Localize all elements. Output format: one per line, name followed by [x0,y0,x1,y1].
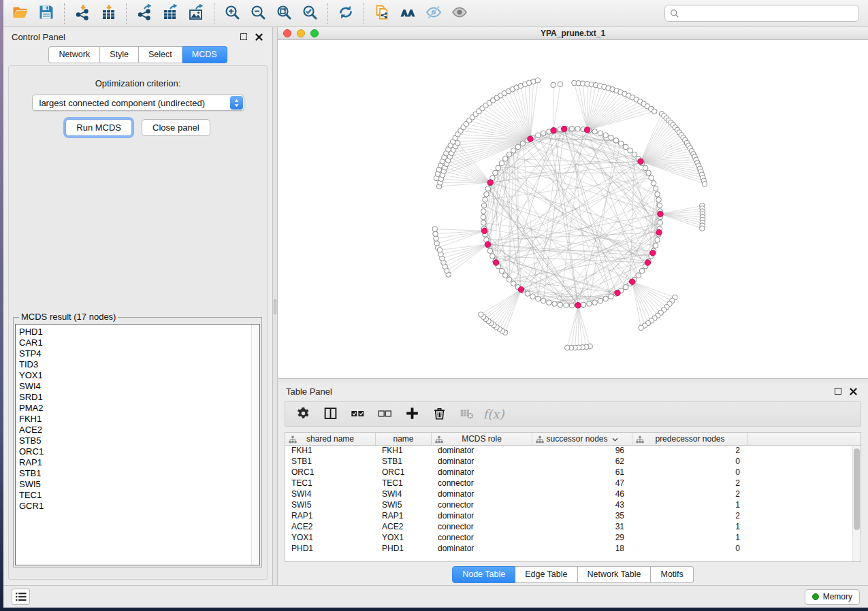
cell-successor-nodes[interactable]: 31 [532,522,632,533]
graph-node[interactable] [658,220,663,226]
mcds-result-item[interactable]: YOX1 [19,370,259,381]
function-builder-button[interactable]: f(x) [481,404,506,425]
cell-MCDS-role[interactable]: dominator [432,489,532,500]
zoom-fit-button[interactable] [271,3,297,24]
select-all-columns-button[interactable] [345,404,370,425]
graph-node[interactable] [649,176,654,181]
graph-node[interactable] [507,277,512,282]
graph-node[interactable] [618,141,624,146]
cell-MCDS-role[interactable]: connector [432,500,532,511]
column-header-predecessor-nodes[interactable]: predecessor nodes [632,433,748,445]
first-neighbors-button[interactable] [395,3,421,24]
cell-name[interactable]: RAP1 [376,511,432,522]
tab-select[interactable]: Select [139,46,182,63]
graph-node[interactable] [581,302,586,308]
graph-node[interactable] [484,192,489,197]
zoom-out-button[interactable] [245,3,271,24]
graph-node[interactable] [628,148,633,154]
table-row[interactable]: SWI4SWI4dominator462 [285,489,861,500]
graph-node[interactable] [536,296,541,301]
cell-shared-name[interactable]: ACE2 [285,522,376,533]
graph-node[interactable] [655,237,660,243]
graph-node[interactable] [541,131,546,136]
cell-predecessor-nodes[interactable]: 1 [632,500,748,511]
cell-MCDS-role[interactable]: dominator [432,446,532,457]
graph-mcds-hub-node[interactable] [528,136,533,142]
graph-satellite-node[interactable] [639,325,644,331]
import-network-button[interactable] [69,3,95,24]
mcds-result-item[interactable]: PHD1 [19,327,259,337]
graph-node[interactable] [499,268,504,274]
cell-successor-nodes[interactable]: 43 [532,500,632,511]
mcds-result-item[interactable]: STB1 [19,468,259,479]
cell-shared-name[interactable]: STB1 [285,457,376,467]
cell-successor-nodes[interactable]: 96 [532,446,632,457]
cell-successor-nodes[interactable]: 61 [532,467,632,478]
cell-shared-name[interactable]: SWI5 [285,500,376,511]
cell-predecessor-nodes[interactable]: 2 [632,511,748,522]
mcds-result-item[interactable]: PMA2 [19,403,259,414]
graph-mcds-hub-node[interactable] [575,303,581,308]
graph-node[interactable] [657,203,662,208]
graph-node[interactable] [609,294,614,299]
graph-mcds-hub-node[interactable] [481,228,487,233]
table-row[interactable]: YOX1YOX1connector291 [285,533,861,544]
graph-node[interactable] [485,186,491,191]
graph-node[interactable] [481,214,486,220]
column-header-shared-name[interactable]: shared name [285,433,376,445]
tab-node-table[interactable]: Node Table [452,566,515,583]
mcds-result-list[interactable]: PHD1CAR1STP4TID3YOX1SWI4SRD1PMA2FKH1ACE2… [15,324,260,565]
cell-successor-nodes[interactable]: 47 [532,478,632,489]
import-table-button[interactable] [95,3,121,24]
mcds-result-item[interactable]: STP4 [19,348,259,359]
graph-node[interactable] [632,152,637,157]
mcds-result-item[interactable]: ORC1 [19,446,259,457]
task-history-button[interactable] [12,589,30,605]
graph-node[interactable] [636,273,641,278]
cell-predecessor-nodes[interactable]: 2 [632,489,748,500]
cell-MCDS-role[interactable]: connector [432,478,532,489]
float-table-panel-icon[interactable] [835,388,841,395]
graph-node[interactable] [646,170,652,176]
graph-satellite-node[interactable] [551,82,556,88]
graph-node[interactable] [651,181,656,186]
table-row[interactable]: SWI5SWI5connector431 [285,500,861,511]
graph-satellite-node[interactable] [558,82,563,87]
graph-node[interactable] [511,148,517,154]
graph-mcds-hub-node[interactable] [518,286,524,292]
graph-node[interactable] [569,303,575,308]
graph-mcds-hub-node[interactable] [638,159,643,164]
table-scrollbar[interactable] [852,446,861,561]
graph-satellite-node[interactable] [565,345,570,350]
mcds-result-item[interactable]: TID3 [19,359,259,370]
graph-node[interactable] [515,144,521,150]
graph-node[interactable] [623,144,628,150]
graph-mcds-hub-node[interactable] [562,126,567,131]
close-table-panel-icon[interactable] [850,388,857,395]
cell-predecessor-nodes[interactable]: 0 [632,467,748,478]
graph-mcds-hub-node[interactable] [485,242,490,247]
graph-node[interactable] [592,129,598,135]
export-network-button[interactable] [131,3,157,24]
graph-mcds-hub-node[interactable] [650,250,656,256]
graph-node[interactable] [639,268,645,274]
graph-satellite-node[interactable] [433,231,438,237]
cell-MCDS-role[interactable]: dominator [432,467,532,478]
graph-node[interactable] [481,209,487,214]
mcds-result-item[interactable]: SWI4 [19,381,259,392]
cell-shared-name[interactable]: FKH1 [285,446,376,457]
graph-node[interactable] [536,133,541,138]
apply-layout-button[interactable] [333,3,359,24]
graph-node[interactable] [609,135,614,141]
cell-MCDS-role[interactable]: dominator [432,511,532,522]
graph-satellite-node[interactable] [700,226,705,231]
graph-node[interactable] [613,138,619,144]
graph-mcds-hub-node[interactable] [551,128,556,133]
graph-node[interactable] [598,298,603,303]
table-row[interactable]: RAP1RAP1dominator352 [285,511,861,522]
graph-node[interactable] [655,192,660,197]
cell-name[interactable]: FKH1 [376,446,432,457]
run-mcds-button[interactable]: Run MCDS [65,119,132,136]
graph-node[interactable] [483,197,488,203]
cell-shared-name[interactable]: PHD1 [285,544,376,555]
